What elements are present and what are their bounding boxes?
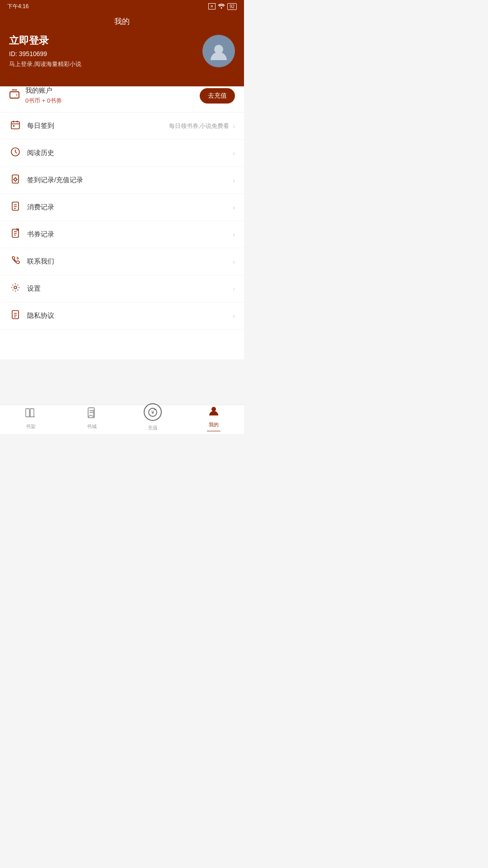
document-icon <box>9 201 22 213</box>
phone-icon <box>9 255 22 268</box>
nav-bookshelf-label: 书架 <box>26 423 36 430</box>
notepad-icon <box>9 228 22 241</box>
person-icon <box>208 405 220 420</box>
chevron-icon: › <box>233 285 235 292</box>
menu-item-book-voucher[interactable]: 书券记录 › <box>0 221 244 248</box>
menu-item-settings[interactable]: 设置 › <box>0 275 244 302</box>
wallet-icon <box>9 89 20 103</box>
svg-rect-12 <box>26 409 29 417</box>
chevron-icon: › <box>233 312 235 320</box>
privacy-doc-icon <box>9 310 22 322</box>
spending-label: 消费记录 <box>27 203 233 212</box>
bookmark-icon <box>86 407 98 421</box>
svg-rect-2 <box>10 92 19 98</box>
daily-signin-hint: 每日领书券,小说免费看 <box>169 122 230 130</box>
chevron-icon: › <box>233 258 235 265</box>
menu-item-contact[interactable]: 联系我们 › <box>0 248 244 275</box>
avatar[interactable] <box>202 35 235 67</box>
time-display: 下午4:16 <box>7 3 28 10</box>
svg-point-7 <box>14 178 17 181</box>
svg-rect-11 <box>12 311 19 319</box>
wifi-icon <box>218 3 225 9</box>
menu-item-privacy[interactable]: 隐私协议 › <box>0 302 244 330</box>
recharge-button[interactable]: 去充值 <box>200 88 235 104</box>
svg-rect-3 <box>11 122 19 129</box>
nav-item-bookshelf[interactable]: 书架 <box>0 405 61 431</box>
svg-rect-4 <box>13 125 14 127</box>
clock-icon <box>9 147 22 159</box>
chevron-icon: › <box>233 177 235 184</box>
menu-list: 每日签到 每日领书券,小说免费看 › 阅读历史 › <box>0 113 244 330</box>
voucher-label: 书券记录 <box>27 230 233 239</box>
recharge-circle-icon: ¥ <box>144 403 162 421</box>
reading-history-label: 阅读历史 <box>27 149 233 157</box>
svg-rect-8 <box>12 202 19 210</box>
signin-record-label: 签到记录/充值记录 <box>27 176 233 184</box>
page-title: 我的 <box>114 17 130 26</box>
battery-icon: 92 <box>227 3 237 10</box>
account-section: 我的账户 0书币 + 0书券 去充值 <box>0 86 244 113</box>
svg-point-0 <box>221 7 222 9</box>
profile-subtitle: 马上登录,阅读海量精彩小说 <box>9 60 81 68</box>
menu-item-daily-signin[interactable]: 每日签到 每日领书券,小说免费看 › <box>0 113 244 140</box>
settings-label: 设置 <box>27 284 233 293</box>
nav-mine-label: 我的 <box>209 421 219 428</box>
menu-item-reading-history[interactable]: 阅读历史 › <box>0 140 244 167</box>
svg-point-10 <box>14 286 17 289</box>
menu-item-signin-record[interactable]: 签到记录/充值记录 › <box>0 167 244 194</box>
svg-rect-6 <box>12 175 19 183</box>
calendar-icon <box>9 120 22 132</box>
chevron-icon: › <box>233 231 235 238</box>
close-icon: ✕ <box>208 3 216 9</box>
status-icons: ✕ 92 <box>208 3 237 10</box>
nav-bookstore-label: 书城 <box>87 423 97 430</box>
svg-rect-13 <box>30 409 34 417</box>
svg-point-18 <box>211 407 216 411</box>
gear-icon <box>9 283 22 295</box>
chevron-icon: › <box>233 150 235 157</box>
daily-signin-label: 每日签到 <box>27 122 169 130</box>
chevron-icon: › <box>233 204 235 211</box>
svg-text:¥: ¥ <box>150 410 154 415</box>
bottom-navigation: 书架 书城 ¥ 充值 <box>0 405 244 434</box>
chevron-icon: › <box>233 123 235 130</box>
privacy-label: 隐私协议 <box>27 311 233 320</box>
user-id: ID: 39510699 <box>9 50 81 57</box>
nav-item-mine[interactable]: 我的 <box>183 405 244 431</box>
account-balance: 0书币 + 0书券 <box>25 97 62 105</box>
login-prompt[interactable]: 立即登录 <box>9 34 81 47</box>
account-title: 我的账户 <box>25 86 62 95</box>
nav-item-bookstore[interactable]: 书城 <box>61 405 122 431</box>
bookshelf-icon <box>25 407 37 421</box>
menu-item-spending[interactable]: 消费记录 › <box>0 194 244 221</box>
nav-recharge-label: 充值 <box>148 425 158 431</box>
receipt-icon <box>9 174 22 186</box>
nav-item-recharge[interactable]: ¥ 充值 <box>122 405 183 431</box>
contact-label: 联系我们 <box>27 257 233 266</box>
